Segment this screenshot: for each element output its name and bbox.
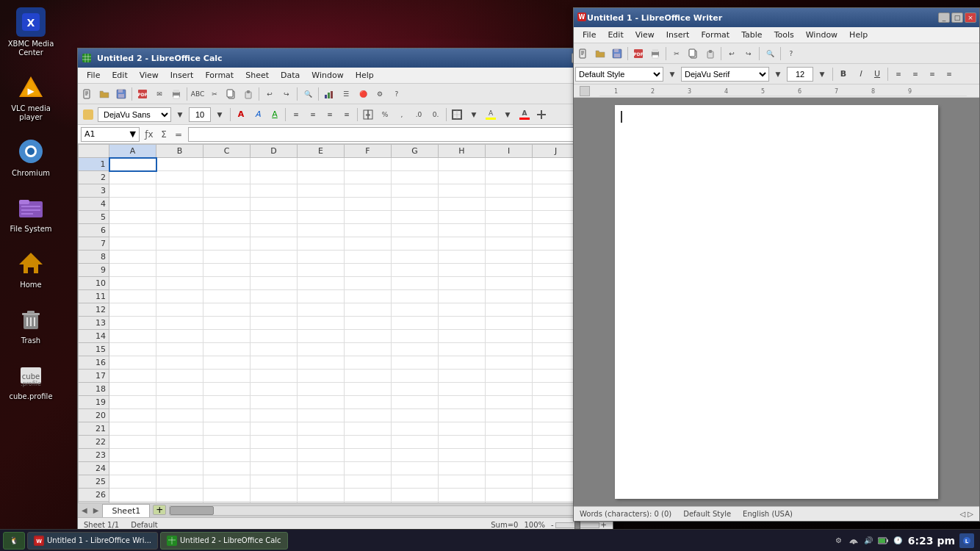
- writer-minimize-button[interactable]: _: [938, 12, 950, 23]
- calc-cell-B11[interactable]: [156, 290, 203, 303]
- calc-cell-I6[interactable]: [486, 224, 533, 237]
- calc-tb-save[interactable]: [113, 86, 129, 102]
- writer-tb-new[interactable]: [575, 46, 591, 62]
- calc-cell-B18[interactable]: [156, 383, 203, 396]
- calc-cell-G3[interactable]: [392, 184, 439, 198]
- calc-cell-C6[interactable]: [203, 224, 251, 237]
- calc-cell-J4[interactable]: [533, 198, 580, 211]
- calc-cell-H24[interactable]: [439, 462, 486, 475]
- calc-cell-H14[interactable]: [439, 330, 486, 343]
- calc-cell-A2[interactable]: [109, 171, 156, 184]
- calc-cell-F6[interactable]: [345, 224, 392, 237]
- calc-cell-A21[interactable]: [109, 422, 156, 436]
- calc-tb-insert-chart[interactable]: [321, 86, 337, 102]
- calc-cell-E11[interactable]: [298, 290, 345, 303]
- calc-cell-E3[interactable]: [298, 184, 345, 198]
- taskbar-end-icon[interactable]: L: [959, 533, 974, 548]
- calc-menu-edit[interactable]: Edit: [106, 69, 133, 82]
- writer-tb-paste[interactable]: [702, 46, 718, 62]
- calc-cell-A5[interactable]: [109, 211, 156, 224]
- desktop-icon-chromium[interactable]: Chromium: [7, 137, 54, 178]
- calc-cell-F23[interactable]: [345, 449, 392, 462]
- writer-tb-undo[interactable]: ↩: [724, 46, 740, 62]
- calc-cell-H21[interactable]: [439, 422, 486, 436]
- calc-cell-H4[interactable]: [439, 198, 486, 211]
- calc-row-header-24[interactable]: 24: [79, 462, 109, 475]
- calc-cell-J2[interactable]: [533, 171, 580, 184]
- calc-cell-B19[interactable]: [156, 396, 203, 409]
- calc-cell-F25[interactable]: [345, 475, 392, 489]
- calc-cell-J10[interactable]: [533, 277, 580, 290]
- calc-cell-I19[interactable]: [486, 396, 533, 409]
- taskbar-app-writer[interactable]: W Untitled 1 - LibreOffice Wri...: [27, 532, 158, 550]
- calc-cell-I2[interactable]: [486, 171, 533, 184]
- calc-cell-H25[interactable]: [439, 475, 486, 489]
- calc-tb-cut[interactable]: ✂: [206, 86, 223, 102]
- calc-cell-D17[interactable]: [251, 370, 298, 383]
- calc-cell-F10[interactable]: [345, 277, 392, 290]
- calc-cell-C4[interactable]: [203, 198, 251, 211]
- calc-cell-I14[interactable]: [486, 330, 533, 343]
- calc-menu-help[interactable]: Help: [350, 69, 380, 82]
- calc-cell-E12[interactable]: [298, 303, 345, 317]
- calc-cell-G24[interactable]: [392, 462, 439, 475]
- calc-cell-B6[interactable]: [156, 224, 203, 237]
- calc-cell-D2[interactable]: [251, 171, 298, 184]
- calc-cell-C16[interactable]: [203, 356, 251, 370]
- calc-add-sheet-button[interactable]: +: [153, 505, 166, 515]
- calc-cell-J3[interactable]: [533, 184, 580, 198]
- calc-cell-E18[interactable]: [298, 383, 345, 396]
- calc-borders[interactable]: [449, 107, 465, 123]
- calc-cell-E13[interactable]: [298, 317, 345, 330]
- calc-cell-E6[interactable]: [298, 224, 345, 237]
- writer-menu-file[interactable]: File: [577, 29, 602, 41]
- calc-cell-B17[interactable]: [156, 370, 203, 383]
- calc-style-icon[interactable]: [533, 107, 550, 123]
- calc-cell-E15[interactable]: [298, 343, 345, 356]
- calc-tb-email[interactable]: ✉: [151, 86, 167, 102]
- calc-sum-icon[interactable]: Σ: [157, 128, 170, 141]
- writer-align-left[interactable]: ≡: [890, 66, 907, 82]
- calc-cell-H16[interactable]: [439, 356, 486, 370]
- calc-percent[interactable]: %: [377, 107, 393, 123]
- calc-align-right[interactable]: ≡: [322, 107, 338, 123]
- calc-cell-F24[interactable]: [345, 462, 392, 475]
- writer-menu-help[interactable]: Help: [843, 29, 873, 41]
- calc-cell-H8[interactable]: [439, 251, 486, 264]
- calc-cell-D8[interactable]: [251, 251, 298, 264]
- calc-zoom-out[interactable]: -: [551, 521, 554, 529]
- calc-cell-E14[interactable]: [298, 330, 345, 343]
- calc-cell-D18[interactable]: [251, 383, 298, 396]
- calc-cell-D9[interactable]: [251, 264, 298, 277]
- calc-cell-D19[interactable]: [251, 396, 298, 409]
- calc-cell-D24[interactable]: [251, 462, 298, 475]
- calc-cell-F11[interactable]: [345, 290, 392, 303]
- calc-menu-data[interactable]: Data: [275, 69, 306, 82]
- calc-cell-reference[interactable]: A1 ▼: [81, 127, 140, 142]
- calc-cell-B15[interactable]: [156, 343, 203, 356]
- calc-cell-G17[interactable]: [392, 370, 439, 383]
- calc-col-header-H[interactable]: H: [439, 145, 486, 158]
- calc-cell-E21[interactable]: [298, 422, 345, 436]
- writer-style-select[interactable]: Default Style: [575, 67, 663, 82]
- calc-cell-E25[interactable]: [298, 475, 345, 489]
- calc-menu-file[interactable]: File: [81, 69, 106, 82]
- calc-cell-I4[interactable]: [486, 198, 533, 211]
- calc-cell-D20[interactable]: [251, 409, 298, 422]
- calc-zoom-slider[interactable]: [555, 522, 599, 528]
- calc-cell-B12[interactable]: [156, 303, 203, 317]
- calc-cell-G4[interactable]: [392, 198, 439, 211]
- calc-cell-A9[interactable]: [109, 264, 156, 277]
- calc-menu-sheet[interactable]: Sheet: [239, 69, 275, 82]
- calc-row-header-4[interactable]: 4: [79, 198, 109, 211]
- calc-cell-J20[interactable]: [533, 409, 580, 422]
- calc-cell-I9[interactable]: [486, 264, 533, 277]
- calc-cell-C7[interactable]: [203, 237, 251, 251]
- calc-cell-F19[interactable]: [345, 396, 392, 409]
- calc-cell-I24[interactable]: [486, 462, 533, 475]
- calc-cell-A13[interactable]: [109, 317, 156, 330]
- writer-menu-format[interactable]: Format: [695, 29, 735, 41]
- calc-bg-color[interactable]: A: [483, 107, 499, 123]
- calc-cell-C19[interactable]: [203, 396, 251, 409]
- calc-cell-F17[interactable]: [345, 370, 392, 383]
